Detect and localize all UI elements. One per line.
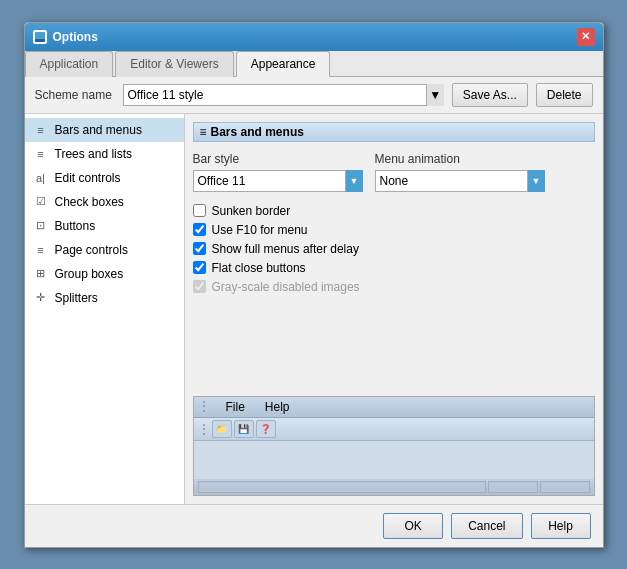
preview-content [194,441,594,479]
grayscale-checkbox[interactable] [193,280,206,293]
delete-button[interactable]: Delete [536,83,593,107]
bar-style-group: Bar style Office 11 Office XP Classic Fl… [193,152,363,192]
check-boxes-icon: ☑ [33,194,49,210]
tabs-bar: Application Editor & Viewers Appearance [25,51,603,77]
main-window: Options ✕ Application Editor & Viewers A… [24,22,604,548]
checkbox-sunken-border: Sunken border [193,204,595,218]
edit-controls-icon: a| [33,170,49,186]
window-icon [33,30,47,44]
bar-style-select-wrapper: Office 11 Office XP Classic Flat ▼ [193,170,363,192]
splitters-icon: ✛ [33,290,49,306]
scheme-select-wrapper: Office 11 style ▼ [123,84,444,106]
preview-toolbar-grip: ⋮ [198,422,210,436]
scheme-label: Scheme name [35,88,115,102]
title-bar: Options ✕ [25,23,603,51]
tab-editor-viewers[interactable]: Editor & Viewers [115,51,233,77]
cancel-button[interactable]: Cancel [451,513,522,539]
svg-rect-0 [35,32,45,39]
trees-lists-icon: ≡ [33,146,49,162]
bar-style-label: Bar style [193,152,363,166]
sidebar-item-splitters-label: Splitters [55,291,98,305]
use-f10-label: Use F10 for menu [212,223,308,237]
sidebar-item-buttons[interactable]: ⊡ Buttons [25,214,184,238]
svg-rect-1 [35,39,45,42]
main-content: ≡ Bars and menus ≡ Trees and lists a| Ed… [25,114,603,504]
status-cell-3 [540,481,590,493]
flat-close-checkbox[interactable] [193,261,206,274]
sidebar-item-page-controls[interactable]: ≡ Page controls [25,238,184,262]
group-boxes-icon: ⊞ [33,266,49,282]
preview-help-menu[interactable]: Help [261,399,294,415]
preview-toolbar: ⋮ 📁 💾 ❓ [194,418,594,441]
sidebar-item-trees-lists[interactable]: ≡ Trees and lists [25,142,184,166]
title-bar-left: Options [33,30,98,44]
preview-area: ⋮ File Help ⋮ 📁 💾 ❓ [193,396,595,496]
sidebar: ≡ Bars and menus ≡ Trees and lists a| Ed… [25,114,185,504]
preview-statusbar [194,479,594,495]
section-header-icon: ≡ [200,125,207,139]
sunken-border-checkbox[interactable] [193,204,206,217]
menu-animation-select[interactable]: None Slide Fade Unfold [375,170,545,192]
checkbox-show-full-menus: Show full menus after delay [193,242,595,256]
tab-application[interactable]: Application [25,51,114,77]
sidebar-item-group-boxes[interactable]: ⊞ Group boxes [25,262,184,286]
ok-button[interactable]: OK [383,513,443,539]
status-cell-1 [198,481,486,493]
help-button[interactable]: Help [531,513,591,539]
sidebar-item-edit-controls-label: Edit controls [55,171,121,185]
scheme-select[interactable]: Office 11 style [123,84,444,106]
bars-menus-icon: ≡ [33,122,49,138]
menu-animation-select-wrapper: None Slide Fade Unfold ▼ [375,170,545,192]
page-controls-icon: ≡ [33,242,49,258]
show-full-menus-checkbox[interactable] [193,242,206,255]
close-button[interactable]: ✕ [577,28,595,46]
sidebar-item-splitters[interactable]: ✛ Splitters [25,286,184,310]
sidebar-item-group-boxes-label: Group boxes [55,267,124,281]
checkbox-grayscale: Gray-scale disabled images [193,280,595,294]
scheme-row: Scheme name Office 11 style ▼ Save As...… [25,77,603,114]
preview-save-button[interactable]: 💾 [234,420,254,438]
sidebar-item-bars-menus[interactable]: ≡ Bars and menus [25,118,184,142]
show-full-menus-label: Show full menus after delay [212,242,359,256]
section-header: ≡ Bars and menus [193,122,595,142]
window-title: Options [53,30,98,44]
status-cell-2 [488,481,538,493]
flat-close-label: Flat close buttons [212,261,306,275]
sidebar-item-check-boxes-label: Check boxes [55,195,124,209]
options-area: Bar style Office 11 Office XP Classic Fl… [193,152,595,192]
sidebar-item-check-boxes[interactable]: ☑ Check boxes [25,190,184,214]
bar-style-select[interactable]: Office 11 Office XP Classic Flat [193,170,363,192]
checkbox-use-f10: Use F10 for menu [193,223,595,237]
sidebar-item-edit-controls[interactable]: a| Edit controls [25,166,184,190]
checkboxes-area: Sunken border Use F10 for menu Show full… [193,204,595,294]
sidebar-item-trees-lists-label: Trees and lists [55,147,133,161]
preview-grip-dots: ⋮ [198,399,210,415]
sidebar-item-buttons-label: Buttons [55,219,96,233]
grayscale-label: Gray-scale disabled images [212,280,360,294]
right-panel: ≡ Bars and menus Bar style Office 11 Off… [185,114,603,504]
sidebar-item-bars-menus-label: Bars and menus [55,123,142,137]
sunken-border-label: Sunken border [212,204,291,218]
dialog-footer: OK Cancel Help [25,504,603,547]
tab-appearance[interactable]: Appearance [236,51,331,77]
buttons-icon: ⊡ [33,218,49,234]
save-as-button[interactable]: Save As... [452,83,528,107]
checkbox-flat-close: Flat close buttons [193,261,595,275]
menu-animation-group: Menu animation None Slide Fade Unfold ▼ [375,152,545,192]
preview-menubar: ⋮ File Help [194,397,594,418]
section-header-label: Bars and menus [211,125,304,139]
preview-open-button[interactable]: 📁 [212,420,232,438]
sidebar-item-page-controls-label: Page controls [55,243,128,257]
menu-animation-label: Menu animation [375,152,545,166]
use-f10-checkbox[interactable] [193,223,206,236]
preview-help-button[interactable]: ❓ [256,420,276,438]
preview-file-menu[interactable]: File [222,399,249,415]
